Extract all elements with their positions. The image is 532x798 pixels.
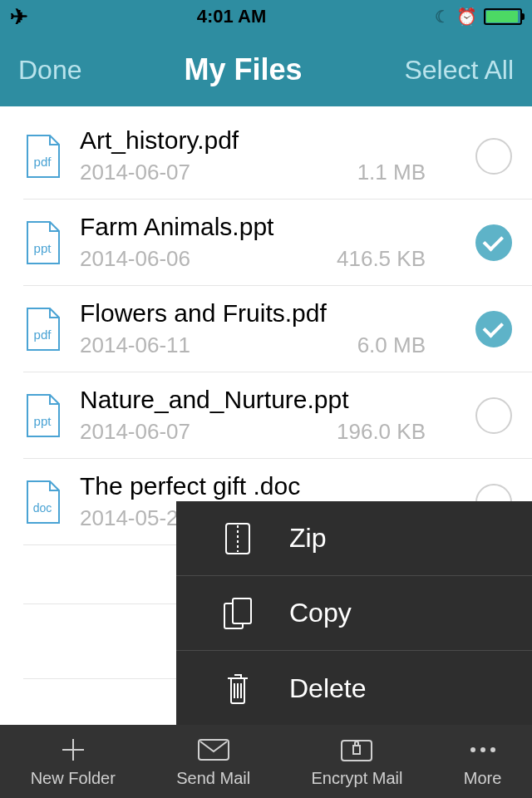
file-row[interactable]: ppt Nature_and_Nurture.ppt 2014-06-07 19… bbox=[23, 372, 532, 459]
file-size: 416.5 KB bbox=[337, 246, 426, 272]
encrypt-mail-icon bbox=[340, 736, 373, 764]
bottom-toolbar: New Folder Send Mail Encrypt Mail More bbox=[0, 725, 532, 798]
encrypt-mail-label: Encrypt Mail bbox=[311, 769, 402, 788]
file-row[interactable]: ppt Farm Animals.ppt 2014-06-06 416.5 KB bbox=[23, 200, 532, 286]
plus-icon bbox=[59, 736, 87, 764]
file-size: 6.0 MB bbox=[357, 332, 426, 358]
svg-point-18 bbox=[480, 747, 485, 752]
selection-checkbox[interactable] bbox=[475, 311, 512, 347]
zip-action[interactable]: Zip bbox=[176, 501, 532, 576]
delete-action[interactable]: Delete bbox=[176, 651, 532, 726]
pdf-file-icon: pdf bbox=[25, 308, 60, 351]
svg-point-17 bbox=[470, 747, 475, 752]
send-mail-label: Send Mail bbox=[176, 769, 250, 788]
status-time: 4:01 AM bbox=[197, 6, 267, 27]
svg-text:ppt: ppt bbox=[34, 414, 52, 428]
airplane-mode-icon: ✈ bbox=[10, 4, 28, 30]
pdf-file-icon: pdf bbox=[25, 135, 60, 178]
file-name: Nature_and_Nurture.ppt bbox=[80, 386, 459, 414]
copy-action[interactable]: Copy bbox=[176, 576, 532, 651]
encrypt-mail-button[interactable]: Encrypt Mail bbox=[311, 736, 402, 788]
file-row[interactable]: pdf Art_history.pdf 2014-06-07 1.1 MB bbox=[23, 113, 532, 200]
file-info: Flowers and Fruits.pdf 2014-06-11 6.0 MB bbox=[80, 299, 459, 358]
file-date: 2014-06-07 bbox=[80, 160, 190, 185]
file-size: 196.0 KB bbox=[337, 419, 426, 445]
file-info: Nature_and_Nurture.ppt 2014-06-07 196.0 … bbox=[80, 386, 459, 445]
do-not-disturb-icon: ☾ bbox=[435, 7, 450, 27]
file-name: The perfect gift .doc bbox=[80, 472, 459, 500]
svg-rect-16 bbox=[353, 746, 360, 754]
battery-icon bbox=[484, 8, 522, 25]
ppt-file-icon: ppt bbox=[25, 394, 60, 437]
alarm-icon: ⏰ bbox=[456, 7, 477, 27]
page-title: My Files bbox=[184, 52, 302, 87]
more-label: More bbox=[464, 769, 502, 788]
file-size: 1.1 MB bbox=[357, 160, 426, 185]
svg-point-19 bbox=[490, 747, 495, 752]
action-menu: Zip Copy Delete bbox=[176, 501, 532, 726]
svg-text:ppt: ppt bbox=[34, 241, 52, 255]
done-button[interactable]: Done bbox=[18, 55, 82, 86]
svg-rect-15 bbox=[342, 741, 372, 761]
more-icon bbox=[466, 736, 500, 764]
svg-text:doc: doc bbox=[33, 501, 52, 515]
file-row[interactable]: pdf Flowers and Fruits.pdf 2014-06-11 6.… bbox=[23, 286, 532, 372]
svg-rect-8 bbox=[233, 598, 251, 623]
copy-label: Copy bbox=[289, 598, 352, 628]
svg-text:pdf: pdf bbox=[34, 155, 52, 169]
ppt-file-icon: ppt bbox=[25, 221, 60, 264]
select-all-button[interactable]: Select All bbox=[404, 55, 514, 86]
delete-icon bbox=[223, 672, 253, 705]
file-name: Farm Animals.ppt bbox=[80, 213, 459, 241]
status-right: ☾ ⏰ bbox=[435, 7, 522, 27]
more-button[interactable]: More bbox=[464, 736, 502, 788]
copy-icon bbox=[223, 597, 253, 630]
file-info: Art_history.pdf 2014-06-07 1.1 MB bbox=[80, 126, 459, 185]
file-info: Farm Animals.ppt 2014-06-06 416.5 KB bbox=[80, 213, 459, 272]
svg-rect-5 bbox=[226, 524, 249, 554]
file-date: 2014-06-06 bbox=[80, 246, 190, 272]
status-bar: ✈ 4:01 AM ☾ ⏰ bbox=[0, 0, 532, 33]
selection-checkbox[interactable] bbox=[475, 224, 512, 261]
file-name: Art_history.pdf bbox=[80, 126, 459, 155]
file-list: pdf Art_history.pdf 2014-06-07 1.1 MB pp… bbox=[0, 113, 532, 545]
delete-label: Delete bbox=[289, 673, 367, 704]
mail-icon bbox=[197, 736, 230, 764]
nav-bar: Done My Files Select All bbox=[0, 33, 532, 106]
svg-text:pdf: pdf bbox=[34, 328, 52, 342]
zip-icon bbox=[223, 522, 253, 555]
selection-checkbox[interactable] bbox=[475, 397, 512, 434]
selection-checkbox[interactable] bbox=[475, 138, 512, 175]
send-mail-button[interactable]: Send Mail bbox=[176, 736, 250, 788]
doc-file-icon: doc bbox=[25, 480, 60, 524]
file-name: Flowers and Fruits.pdf bbox=[80, 299, 459, 328]
file-date: 2014-06-07 bbox=[80, 419, 190, 445]
file-date: 2014-06-11 bbox=[80, 332, 190, 358]
new-folder-button[interactable]: New Folder bbox=[31, 736, 116, 788]
file-date: 2014-05-27 bbox=[80, 505, 190, 531]
zip-label: Zip bbox=[289, 523, 326, 554]
status-left: ✈ bbox=[10, 4, 28, 30]
new-folder-label: New Folder bbox=[31, 769, 116, 788]
